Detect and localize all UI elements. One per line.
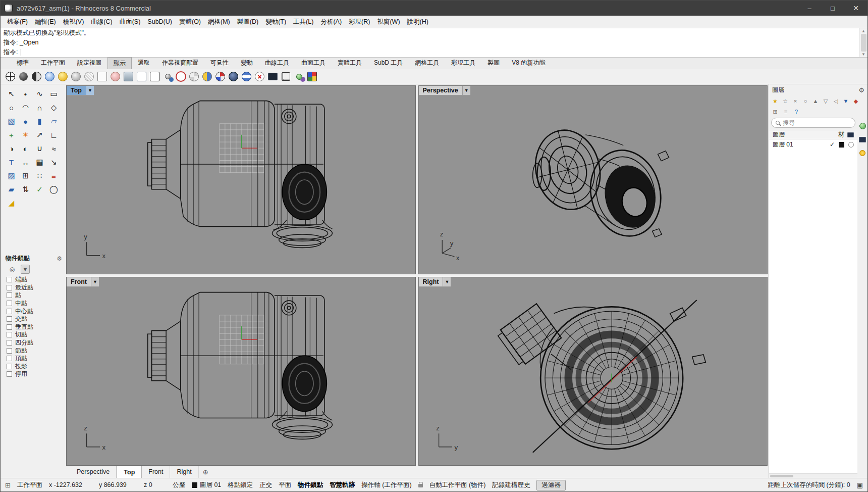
wedge-tool[interactable]: ◢: [5, 196, 18, 210]
chevron-down-icon[interactable]: ▼: [443, 277, 451, 287]
toolbar-tab[interactable]: V8 的新功能: [506, 57, 551, 69]
status-toggle[interactable]: 記錄建構歷史: [492, 481, 530, 489]
select-tool[interactable]: ↖: [5, 87, 18, 101]
osnap-checkbox[interactable]: [7, 316, 12, 322]
pen-display-icon[interactable]: [123, 71, 134, 82]
viewport-title[interactable]: Top: [67, 86, 86, 95]
text-tool[interactable]: T: [5, 156, 18, 169]
osnap-checkbox[interactable]: [7, 332, 12, 337]
explode-tool[interactable]: ✶: [19, 128, 32, 141]
chevron-down-icon[interactable]: ▼: [91, 277, 99, 287]
osnap-checkbox[interactable]: [7, 348, 12, 354]
toolbar-tab[interactable]: 作業視窗配置: [156, 57, 204, 69]
command-scrollbar[interactable]: ▲ ▼: [859, 28, 867, 57]
monochrome-display-icon[interactable]: [70, 71, 82, 82]
maximize-button[interactable]: □: [821, 1, 844, 16]
status-toggle[interactable]: 正交: [259, 481, 272, 489]
fillet-tool[interactable]: ∪: [33, 142, 46, 155]
menu-item[interactable]: 分析(A): [317, 16, 345, 28]
viewport-title[interactable]: Right: [419, 277, 444, 287]
plane-tool[interactable]: ▱: [47, 115, 61, 128]
cylinder-tool[interactable]: ▮: [33, 115, 46, 128]
current-layer-name[interactable]: 圖層 01: [200, 481, 221, 489]
toolbar-tab[interactable]: 彩現工具: [445, 57, 481, 69]
hatch-tool[interactable]: ▦: [33, 156, 46, 169]
polygon-tool[interactable]: ◇: [47, 101, 61, 114]
dimension-tool[interactable]: ↔: [19, 156, 32, 169]
osnap-checkbox[interactable]: [7, 277, 12, 282]
current-layer-check-icon[interactable]: ✓: [830, 141, 835, 148]
shear-tool[interactable]: ▰: [5, 183, 18, 196]
split-tool[interactable]: ◐: [19, 142, 32, 155]
lock-icon[interactable]: [418, 484, 423, 487]
point-tool[interactable]: •: [19, 87, 32, 101]
toolbar-tab[interactable]: 曲面工具: [295, 57, 332, 69]
viewport-tab[interactable]: Perspective: [70, 466, 117, 478]
grid-view-icon[interactable]: ⊞: [771, 108, 780, 116]
toolbar-tab[interactable]: 設定視圖: [71, 57, 107, 69]
filter-icon[interactable]: ▼: [841, 97, 850, 106]
toolbar-tab[interactable]: 顯示: [107, 57, 132, 69]
delete-layer-icon[interactable]: ×: [791, 97, 800, 106]
menu-item[interactable]: 工具(L): [290, 16, 317, 28]
conic-tool[interactable]: ∩: [33, 101, 46, 114]
red-ring-display-icon[interactable]: [175, 71, 187, 82]
align-tool[interactable]: ⇅: [19, 183, 32, 196]
technical-display-icon[interactable]: [96, 71, 108, 82]
corner-tool[interactable]: ∟: [47, 128, 61, 141]
status-toggle[interactable]: 平面: [279, 481, 291, 489]
viewport-title[interactable]: Front: [67, 277, 91, 287]
toolbar-tab[interactable]: 標準: [11, 57, 35, 69]
toolbar-tab[interactable]: 曲線工具: [259, 57, 295, 69]
help-icon[interactable]: ?: [792, 108, 801, 116]
osnap-checkbox[interactable]: [7, 285, 12, 290]
rectangle-tool[interactable]: ▭: [47, 87, 61, 101]
rendered-display-icon[interactable]: [31, 71, 42, 82]
status-toggle[interactable]: 格點鎖定: [228, 481, 253, 489]
viewport-front[interactable]: z x Front ▼: [66, 277, 416, 466]
close-button[interactable]: ✕: [844, 1, 867, 16]
menu-item[interactable]: 曲面(S): [116, 16, 144, 28]
cplane-grid-icon[interactable]: ⊞: [5, 481, 11, 489]
toolbar-tab[interactable]: 工作平面: [35, 57, 71, 69]
viewport-label-perspective[interactable]: Perspective ▼: [419, 86, 470, 95]
wire-box-icon[interactable]: [280, 71, 292, 82]
artistic-display-icon[interactable]: [110, 71, 121, 82]
menu-item[interactable]: 網格(M): [204, 16, 234, 28]
list-tool[interactable]: ≡: [47, 169, 61, 182]
status-toggle[interactable]: 自動工作平面 (物件): [429, 481, 486, 489]
ghosted-display-icon[interactable]: [44, 71, 56, 82]
flat-shade-icon[interactable]: [136, 71, 147, 82]
status-toggle[interactable]: 過濾器: [536, 480, 566, 490]
column-header-material[interactable]: 材: [838, 130, 844, 139]
toolbar-tab[interactable]: SubD 工具: [368, 57, 409, 69]
menu-item[interactable]: 曲線(C): [87, 16, 116, 28]
menu-item[interactable]: 說明(H): [404, 16, 432, 28]
osnap-filter-icon[interactable]: ▼: [21, 265, 30, 274]
screen-capture-icon[interactable]: [267, 71, 279, 82]
toolbar-tab[interactable]: 選取: [132, 57, 156, 69]
osnap-checkbox[interactable]: [7, 364, 12, 369]
new-sublayer-icon[interactable]: ☆: [781, 97, 790, 106]
menu-item[interactable]: SubD(U): [144, 17, 176, 27]
units-display[interactable]: 公釐: [173, 481, 185, 489]
toolbar-tab[interactable]: 實體工具: [332, 57, 368, 69]
xray-display-icon[interactable]: [83, 71, 95, 82]
viewport-right[interactable]: z y Right ▼: [418, 277, 768, 466]
osnap-disable-icon[interactable]: ◎: [8, 265, 17, 274]
collapse-all-icon[interactable]: ◁: [831, 97, 840, 106]
menu-item[interactable]: 視窗(W): [373, 16, 403, 28]
target-display-icon[interactable]: [214, 71, 226, 82]
layer-row[interactable]: 圖層 01 ✓: [769, 139, 857, 150]
column-header-layer[interactable]: 圖層: [773, 130, 785, 139]
osnap-checkbox[interactable]: [7, 292, 12, 298]
grid-tool[interactable]: ⊞: [19, 169, 32, 182]
hide-display-icon[interactable]: [254, 71, 265, 82]
toolbar-tab[interactable]: 製圖: [481, 57, 506, 69]
menu-item[interactable]: 實體(O): [176, 16, 204, 28]
sphere-tool[interactable]: ●: [19, 115, 32, 128]
status-toggle[interactable]: 智慧軌跡: [330, 481, 355, 489]
camera-display-icon[interactable]: [228, 71, 239, 82]
viewport-tab[interactable]: Front: [142, 466, 170, 478]
orient-tool[interactable]: ◯: [47, 183, 61, 196]
